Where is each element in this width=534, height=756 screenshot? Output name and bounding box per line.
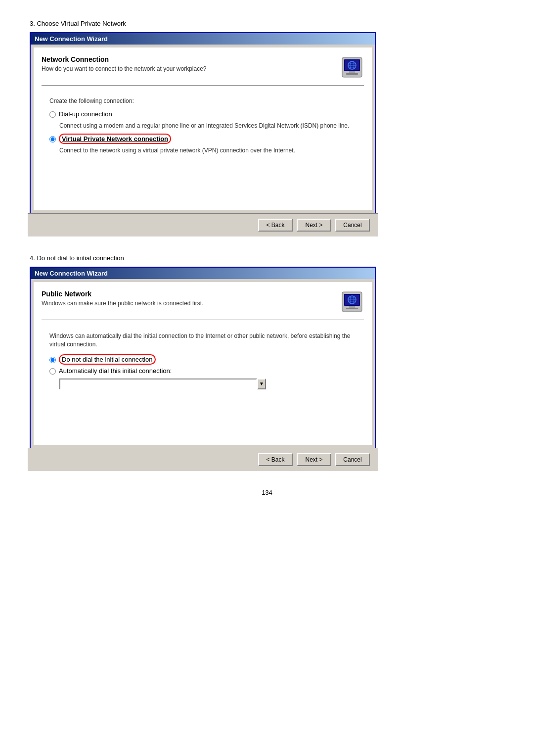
radio-autodial-label: Automatically dial this initial connecti… [59,367,172,375]
next-button-step4[interactable]: Next > [297,453,331,466]
wizard-window-step3: New Connection Wizard Network Connection… [30,32,376,235]
wizard-header-subtitle-step3: How do you want to connect to the networ… [42,65,340,72]
wizard-icon-step4 [340,290,364,314]
step4-label: 4. Do not dial to initial connection [30,254,504,262]
step4-description: Windows can automatically dial the initi… [49,332,356,349]
svg-rect-13 [349,306,355,308]
wizard-header-text-step4: Public Network Windows can make sure the… [42,290,340,307]
wizard-icon-step3 [340,55,364,79]
wizard-titlebar-step4: New Connection Wizard [31,268,375,279]
radio-vpn[interactable] [49,136,56,142]
radio-option-dialup: Dial-up connection [49,110,356,118]
wizard-title-step4: New Connection Wizard [35,270,108,277]
wizard-window-step4: New Connection Wizard Public Network Win… [30,267,376,469]
wizard-header-text-step3: Network Connection How do you want to co… [42,55,340,72]
svg-rect-4 [346,73,358,75]
page-number: 134 [30,489,504,496]
wizard-body-step3: Network Connection How do you want to co… [34,47,372,210]
wizard-body-step4: Public Network Windows can make sure the… [34,282,372,445]
step3-label: 3. Choose Virtual Private Network [30,20,504,27]
svg-rect-3 [349,71,355,73]
dropdown-arrow-icon[interactable]: ▼ [257,378,266,389]
wizard-footer-step4: < Back Next > Cancel [28,448,378,471]
dropdown-wrapper: ▼ [59,378,356,389]
cancel-button-step3[interactable]: Cancel [335,219,370,232]
radio-option-nodial: Do not dial the initial connection [49,356,356,363]
wizard-header-step4: Public Network Windows can make sure the… [42,290,364,320]
vpn-label-highlight: Virtual Private Network connection [59,134,171,144]
radio-dialup-label: Dial-up connection [59,110,112,118]
autodial-dropdown-field[interactable] [59,378,257,389]
wizard-titlebar-step3: New Connection Wizard [31,33,375,45]
wizard-header-step3: Network Connection How do you want to co… [42,55,364,86]
wizard-header-subtitle-step4: Windows can make sure the public network… [42,300,340,307]
radio-autodial[interactable] [49,368,56,375]
radio-vpn-description: Connect to the network using a virtual p… [59,146,356,155]
radio-vpn-label: Virtual Private Network connection [59,135,171,142]
radio-dialup-description: Connect using a modem and a regular phon… [59,122,356,130]
nodial-label-highlight: Do not dial the initial connection [59,354,156,365]
radio-option-autodial: Automatically dial this initial connecti… [49,367,356,375]
next-button-step3[interactable]: Next > [297,219,331,232]
wizard-header-title-step3: Network Connection [42,55,340,63]
wizard-title-step3: New Connection Wizard [35,35,108,43]
radio-nodial[interactable] [49,357,56,363]
wizard-content-step4: Windows can automatically dial the initi… [42,328,364,437]
radio-nodial-label: Do not dial the initial connection [59,356,156,363]
wizard-header-title-step4: Public Network [42,290,340,298]
section-label-step3: Create the following connection: [49,97,356,104]
wizard-content-step3: Create the following connection: Dial-up… [42,94,364,202]
wizard-footer-step3: < Back Next > Cancel [28,213,378,236]
cancel-button-step4[interactable]: Cancel [335,453,370,466]
radio-dialup[interactable] [49,111,56,118]
radio-option-vpn: Virtual Private Network connection [49,135,356,142]
svg-rect-14 [346,308,358,309]
back-button-step3[interactable]: < Back [258,219,293,232]
back-button-step4[interactable]: < Back [258,453,293,466]
